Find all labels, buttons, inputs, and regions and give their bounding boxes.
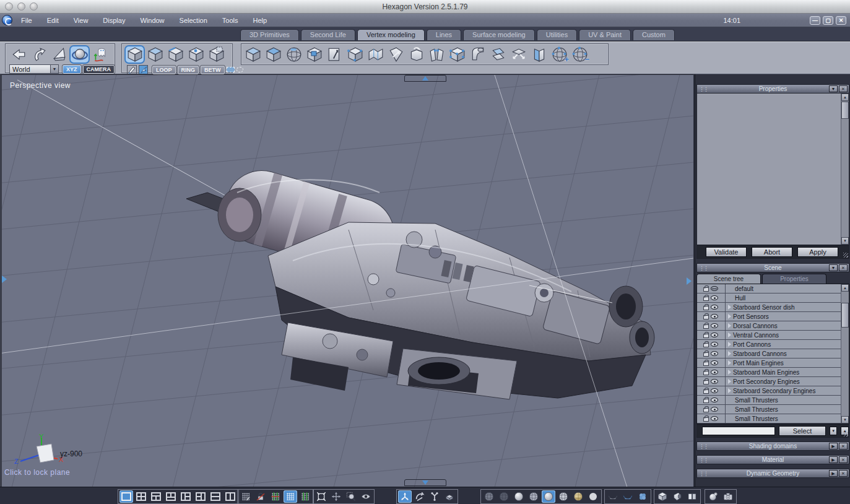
redo-icon[interactable] <box>28 45 49 64</box>
expand-panel-icon[interactable]: ▶ <box>829 470 838 477</box>
collapse-panel-icon[interactable]: ▼ <box>829 264 838 271</box>
cylinder-display-icon[interactable] <box>670 490 684 503</box>
universal-manipulator-icon[interactable] <box>443 490 456 503</box>
expand-arrow-icon[interactable] <box>728 360 731 365</box>
lock-icon[interactable] <box>703 389 709 394</box>
minimize-button[interactable]: — <box>810 16 820 25</box>
menu-tools[interactable]: Tools <box>222 17 246 24</box>
grid-lock-icon[interactable] <box>254 490 267 503</box>
scroll-down-icon[interactable]: ▼ <box>841 237 849 245</box>
panel-resize-grip[interactable] <box>843 432 848 437</box>
translate-manipulator-icon[interactable] <box>398 490 412 503</box>
layout-top-split-icon[interactable] <box>149 490 163 503</box>
offset-tool-icon[interactable] <box>488 45 508 64</box>
select-button[interactable]: Select <box>779 426 826 436</box>
visibility-eye-icon[interactable] <box>711 379 718 384</box>
paint-select-icon[interactable] <box>127 65 137 74</box>
abort-button[interactable]: Abort <box>752 247 792 257</box>
scene-row[interactable]: Starboard Sensor dish <box>697 303 849 312</box>
thickness-tool-icon[interactable] <box>529 45 549 64</box>
drag-handle-icon[interactable]: ⋮⋮ <box>699 470 708 478</box>
layout-columns-icon[interactable] <box>223 490 237 503</box>
ghost-mode-icon[interactable] <box>90 45 110 64</box>
visibility-eye-icon[interactable] <box>711 416 718 421</box>
layout-quad-view-icon[interactable] <box>134 490 148 503</box>
validate-button[interactable]: Validate <box>706 247 747 257</box>
tab-scene-properties[interactable]: Properties <box>762 274 826 284</box>
shading-hidden-line-icon[interactable] <box>497 490 511 503</box>
expand-arrow-icon[interactable] <box>728 323 731 328</box>
snap-to-grid-icon[interactable] <box>298 490 312 503</box>
collapse-panel-icon[interactable]: ▼ <box>829 85 838 92</box>
undo-icon[interactable] <box>8 45 28 64</box>
expand-arrow-icon[interactable] <box>728 314 731 319</box>
visibility-eye-icon[interactable] <box>711 342 718 347</box>
visibility-eye-icon[interactable] <box>711 323 718 328</box>
select-object-icon[interactable] <box>124 45 145 64</box>
properties-panel-header[interactable]: ⋮⋮ Properties ▼ ✕ <box>696 84 849 93</box>
box-display-icon[interactable] <box>656 490 669 503</box>
menu-display[interactable]: Display <box>103 17 132 24</box>
scene-row[interactable]: Port Sensors <box>697 312 849 321</box>
camera-toggle-button[interactable]: CAMERA <box>83 65 115 74</box>
collapse-left-handle[interactable] <box>2 276 7 283</box>
scene-row-hull[interactable]: Hull <box>697 293 849 303</box>
shading-flat-icon[interactable] <box>512 490 526 503</box>
scale-manipulator-icon[interactable] <box>428 490 441 503</box>
round-tool-icon[interactable] <box>284 45 304 64</box>
scene-row[interactable]: Port Cannons <box>697 340 849 349</box>
tab-lines[interactable]: Lines <box>427 29 461 40</box>
extrude-edge-tool-icon[interactable] <box>345 45 365 64</box>
expand-arrow-icon[interactable] <box>728 332 731 337</box>
lock-icon[interactable] <box>703 417 709 422</box>
visibility-eye-icon[interactable] <box>711 314 718 319</box>
fillet-tool-icon[interactable] <box>467 45 488 64</box>
show-grid-icon[interactable] <box>284 490 297 503</box>
collapse-right-handle[interactable] <box>687 277 692 285</box>
tab-utilities[interactable]: Utilities <box>537 29 577 40</box>
maximize-button[interactable]: ▢ <box>823 16 833 25</box>
panel-resize-grip[interactable] <box>843 253 848 258</box>
working-space-dropdown-arrow[interactable]: ▼ <box>51 64 59 74</box>
sweep-tool-icon[interactable] <box>386 45 406 64</box>
scroll-up-icon[interactable]: ▲ <box>841 284 849 292</box>
grid-edit-icon[interactable] <box>239 490 253 503</box>
tessellate-tool-icon[interactable] <box>243 45 263 64</box>
shading-domains-header[interactable]: ⋮⋮ Shading domains ▶ ✕ <box>696 441 849 451</box>
extrude-surface-tool-icon[interactable] <box>324 45 345 64</box>
scene-row[interactable]: Starboard Cannons <box>697 349 849 358</box>
lock-icon[interactable] <box>703 408 709 412</box>
expand-panel-icon[interactable]: ▶ <box>829 456 838 463</box>
close-panel-icon[interactable]: ✕ <box>839 470 848 477</box>
close-traffic-light[interactable] <box>5 2 13 11</box>
scene-row[interactable]: Ventral Cannons <box>697 331 849 340</box>
weld-points-tool-icon[interactable] <box>447 45 467 64</box>
close-panel-icon[interactable]: ✕ <box>839 443 848 450</box>
scene-filter-input[interactable] <box>702 427 775 435</box>
menu-edit[interactable]: Edit <box>47 17 66 24</box>
tab-custom[interactable]: Custom <box>633 29 675 40</box>
layout-bottom-split-icon[interactable] <box>164 490 178 503</box>
close-panel-icon[interactable]: ✕ <box>839 264 848 271</box>
visibility-eye-icon[interactable] <box>711 360 718 365</box>
visibility-eye-icon[interactable] <box>711 398 718 402</box>
loop-button[interactable]: LOOP <box>152 66 176 74</box>
tab-scene-tree[interactable]: Scene tree <box>696 274 761 284</box>
expand-arrow-icon[interactable] <box>728 370 731 375</box>
pan-view-icon[interactable] <box>329 490 343 503</box>
xyz-toggle-button[interactable]: XYZ <box>63 65 81 74</box>
select-edge-icon[interactable] <box>165 45 186 64</box>
scene-panel-header[interactable]: ⋮⋮ Scene ▼ ✕ <box>696 263 849 272</box>
lock-icon[interactable] <box>703 334 709 338</box>
zoom-traffic-light[interactable] <box>30 2 38 11</box>
shading-flat-wire-icon[interactable] <box>527 490 540 503</box>
lock-icon[interactable] <box>703 362 709 366</box>
close-panel-icon[interactable]: ✕ <box>839 85 848 92</box>
menu-view[interactable]: View <box>74 17 96 24</box>
lock-icon[interactable] <box>703 324 709 329</box>
smooth-tool-icon[interactable] <box>263 45 284 64</box>
snap-grid-axes-icon[interactable] <box>269 490 282 503</box>
scene-row[interactable]: Small Thrusters <box>697 405 849 414</box>
tab-vertex-modeling[interactable]: Vertex modeling <box>357 29 425 40</box>
lock-icon[interactable] <box>703 306 709 310</box>
